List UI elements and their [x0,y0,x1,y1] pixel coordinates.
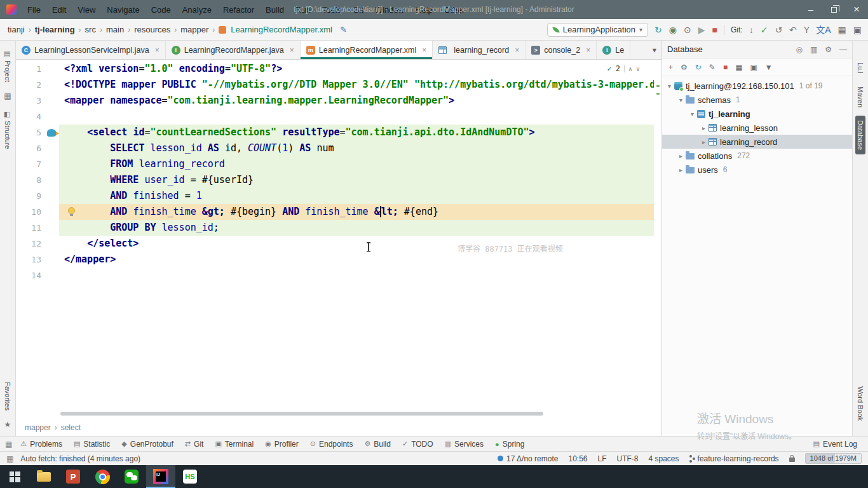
chevron-icon[interactable]: ▸ [676,166,686,173]
taskbar-file-explorer[interactable] [29,465,58,488]
line-number[interactable]: 14 [16,268,44,283]
toolwindow-profiler[interactable]: ◉Profiler [259,437,304,451]
toolwindow-event-log[interactable]: ▤Event Log [808,437,863,451]
git-sync-status[interactable]: 17 Δ/no remote [498,454,558,463]
tree-row-tj-learning-192-168-150-101[interactable]: ▾tj_learning@192.168.150.1011 of 19 [662,79,852,93]
code-text[interactable] [59,268,654,283]
toolwindow-services[interactable]: ▥Services [439,437,489,451]
rollback-icon[interactable]: ↶ [789,25,797,34]
tab-learningrecordmapper-xml[interactable]: mLearningRecordMapper.xml× [301,41,433,59]
line-number[interactable]: 9 [16,188,44,204]
taskbar-chrome[interactable] [88,465,117,488]
toolwindow-todo[interactable]: ✓TODO [397,437,439,451]
file-encoding[interactable]: UTF-8 [617,454,639,463]
error-stripe-mark[interactable] [656,93,660,95]
stop-icon[interactable]: ■ [712,25,717,34]
update-project-icon[interactable]: ↓ [749,25,754,34]
chevron-icon[interactable]: ▸ [699,125,709,132]
tree-row-learning-record[interactable]: ▸learning_record [662,135,852,149]
taskbar-powerpoint[interactable]: P [58,465,88,488]
add-datasource-icon[interactable]: + [668,63,673,72]
code-text[interactable]: <?xml version="1.0" encoding="UTF-8"?> [59,61,654,77]
quick-access-icon[interactable]: ▦ [6,454,13,463]
filter-icon[interactable]: ▼ [765,63,773,72]
stripe-tab-word-book[interactable]: Word Book [855,382,865,425]
line-number[interactable]: 7 [16,156,44,172]
close-button[interactable]: × [845,0,868,19]
caret-position[interactable]: 10:56 [568,454,587,463]
settings-icon[interactable]: ⚙ [825,45,832,54]
stripe-tab-database[interactable]: Database [855,116,865,154]
history-icon[interactable]: ↺ [775,25,782,34]
toolwindow-endpoints[interactable]: ⊙Endpoints [304,437,359,451]
tree-row-users[interactable]: ▸users6 [662,163,852,177]
minimize-button[interactable]: – [799,0,822,19]
tab-learninglessonserviceimpl-java[interactable]: CLearningLessonServiceImpl.java× [16,41,166,59]
toolwindow-switcher-icon[interactable]: ▦ [5,440,12,449]
code-text[interactable]: GROUP BY lesson_id; [59,220,654,236]
breadcrumb-item-learningrecordmapper-xml[interactable]: LearningRecordMapper.xml [229,24,334,35]
breadcrumb-item-mapper[interactable]: mapper [179,24,210,35]
code-text[interactable] [59,109,654,125]
stripe-icon[interactable]: ▦ [4,92,11,100]
toolwindow-spring[interactable]: ●Spring [489,437,530,451]
code-text[interactable]: AND finished = 1 [59,188,654,204]
next-highlight-icon[interactable]: ∨ [636,65,640,72]
line-number[interactable]: 4 [16,109,44,125]
line-number[interactable]: 5 [16,125,44,140]
pen-icon[interactable]: ✎ [340,25,347,34]
line-number[interactable]: 8 [16,172,44,188]
hidden-tabs-icon[interactable]: ▾ [648,41,661,59]
code-text[interactable]: WHERE user_id = #{userId} [59,172,654,188]
code-text[interactable]: <mapper namespace="com.tianji.learning.m… [59,93,654,109]
code-text[interactable]: </mapper> [59,252,654,268]
tab-le[interactable]: ILe [597,41,630,59]
close-tab-icon[interactable]: × [155,46,159,55]
menu-navigate[interactable]: Navigate [101,0,145,19]
editor[interactable]: 1<?xml version="1.0" encoding="UTF-8"?>2… [16,60,661,419]
stripe-tab-project[interactable]: ▤Project [3,45,13,86]
menu-analyze[interactable]: Analyze [177,0,217,19]
close-tab-icon[interactable]: × [290,46,294,55]
code-text[interactable]: AND finish_time &gt; #{begin} AND finish… [59,204,654,220]
tree-row-learning-lesson[interactable]: ▸learning_lesson [662,121,852,135]
code-text[interactable]: <!DOCTYPE mapper PUBLIC "-//mybatis.org/… [59,77,654,93]
console-icon[interactable]: ▣ [750,63,757,72]
line-separator[interactable]: LF [598,454,607,463]
menu-edit[interactable]: Edit [46,0,72,19]
chevron-icon[interactable]: ▾ [676,97,686,104]
code-text[interactable]: <select id="countLearnedSections" result… [59,125,654,140]
inspection-widget[interactable]: ✓ 2 ∧ ∨ [604,64,642,74]
read-lock[interactable] [789,455,795,462]
toolwindow-git[interactable]: ⇄Git [179,437,210,451]
menu-code[interactable]: Code [146,0,177,19]
menu-file[interactable]: File [22,0,46,19]
close-tab-icon[interactable]: × [422,46,426,55]
stripe-tab-structure[interactable]: ◧Structure [3,105,13,154]
menu-build[interactable]: Build [260,0,290,19]
intention-bulb-icon[interactable] [68,207,75,214]
panels-icon[interactable]: ▥ [810,45,817,54]
commit-icon[interactable]: ✓ [761,25,768,34]
translate-icon[interactable]: 文A [816,25,831,34]
chevron-icon[interactable]: ▾ [688,111,697,118]
prev-highlight-icon[interactable]: ∧ [628,65,632,72]
properties-icon[interactable]: ⚙ [681,63,688,72]
taskbar-intellij-idea[interactable]: IJ [146,465,175,488]
code-text[interactable]: </select> [59,236,654,252]
line-number[interactable]: 1 [16,61,44,77]
debug-icon[interactable]: ◉ [669,25,677,34]
taskbar-wechat[interactable] [117,465,146,488]
line-number[interactable]: 11 [16,220,44,236]
toolwindow-statistic[interactable]: ▤Statistic [68,437,116,451]
stripe-tab-maven[interactable]: Maven [855,82,865,112]
stripe-tab-favorites[interactable]: Favorites [3,377,13,415]
toolwindow-build[interactable]: ⚙Build [358,437,397,451]
run-icon[interactable]: ▶ [698,25,705,34]
chevron-icon[interactable]: ▾ [665,83,674,90]
refresh-icon[interactable]: ↻ [695,63,702,72]
line-number[interactable]: 10 [16,204,44,220]
edit-icon[interactable]: ✎ [709,63,715,72]
chevron-icon[interactable]: ▸ [676,152,686,159]
line-number[interactable]: 13 [16,252,44,268]
